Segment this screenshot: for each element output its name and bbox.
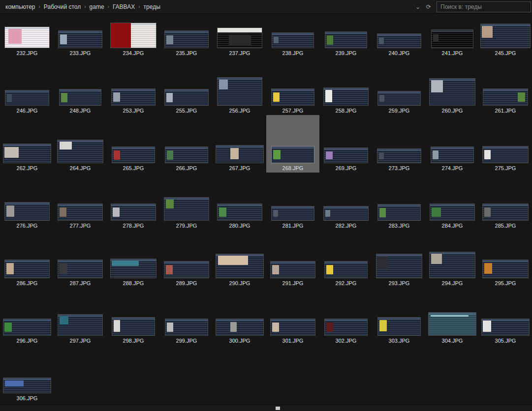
file-item[interactable]: 275.JPG: [479, 115, 532, 173]
file-thumbnail[interactable]: [58, 140, 103, 163]
file-item[interactable]: 268.JPG: [266, 115, 319, 173]
file-thumbnail[interactable]: [111, 259, 156, 278]
file-item[interactable]: 301.JPG: [266, 288, 319, 345]
file-thumbnail[interactable]: [5, 90, 49, 105]
file-thumbnail[interactable]: [112, 318, 155, 335]
file-item[interactable]: 302.JPG: [319, 288, 373, 345]
file-thumbnail[interactable]: [430, 252, 475, 278]
file-item[interactable]: 259.JPG: [373, 58, 426, 115]
file-thumbnail[interactable]: [431, 147, 473, 163]
file-thumbnail[interactable]: [165, 319, 208, 335]
file-thumbnail[interactable]: [271, 319, 315, 335]
file-item[interactable]: 273.JPG: [373, 115, 426, 173]
file-item[interactable]: 264.JPG: [54, 115, 107, 173]
file-item[interactable]: 282.JPG: [319, 173, 373, 230]
breadcrumb-item[interactable]: game: [87, 1, 107, 12]
file-item[interactable]: 255.JPG: [160, 58, 213, 115]
file-thumbnail[interactable]: [378, 318, 420, 335]
file-thumbnail[interactable]: [3, 144, 51, 163]
file-item[interactable]: 274.JPG: [426, 115, 479, 173]
file-thumbnail[interactable]: [112, 147, 155, 163]
file-item[interactable]: 266.JPG: [160, 115, 213, 173]
file-thumbnail[interactable]: [164, 262, 209, 278]
file-item[interactable]: 280.JPG: [213, 173, 266, 230]
file-thumbnail[interactable]: [376, 254, 422, 278]
file-thumbnail[interactable]: [324, 206, 368, 220]
file-thumbnail[interactable]: [429, 313, 476, 335]
file-item[interactable]: 297.JPG: [54, 288, 107, 345]
file-thumbnail[interactable]: [430, 204, 474, 220]
file-item[interactable]: 267.JPG: [213, 115, 266, 173]
file-item[interactable]: 281.JPG: [266, 173, 319, 230]
file-thumbnail[interactable]: [165, 89, 208, 105]
file-thumbnail[interactable]: [430, 79, 475, 105]
breadcrumb-item[interactable]: ГАВВАХ: [110, 1, 137, 12]
file-thumbnail[interactable]: [218, 204, 262, 220]
file-thumbnail[interactable]: [216, 146, 263, 163]
file-thumbnail[interactable]: [3, 378, 51, 393]
file-item[interactable]: 294.JPG: [426, 230, 479, 288]
file-item[interactable]: 292.JPG: [319, 230, 373, 288]
file-thumbnail[interactable]: [58, 260, 102, 278]
file-item[interactable]: 278.JPG: [107, 173, 160, 230]
file-thumbnail[interactable]: [272, 89, 314, 105]
file-item[interactable]: 283.JPG: [373, 173, 426, 230]
file-item[interactable]: 296.JPG: [0, 288, 54, 345]
file-item[interactable]: 287.JPG: [54, 230, 107, 288]
refresh-icon[interactable]: ⟳: [425, 3, 433, 10]
file-thumbnail[interactable]: [325, 319, 367, 335]
file-thumbnail[interactable]: [58, 204, 102, 220]
file-thumbnail[interactable]: [216, 319, 263, 335]
file-thumbnail[interactable]: [59, 31, 102, 48]
file-thumbnail[interactable]: [483, 147, 528, 163]
file-item[interactable]: 276.JPG: [0, 173, 54, 230]
file-thumbnail[interactable]: [482, 319, 529, 335]
file-thumbnail[interactable]: [216, 254, 263, 278]
file-item[interactable]: 286.JPG: [0, 230, 54, 288]
file-item[interactable]: 257.JPG: [266, 58, 319, 115]
file-item[interactable]: 265.JPG: [107, 115, 160, 173]
file-item[interactable]: 260.JPG: [426, 58, 479, 115]
file-thumbnail[interactable]: [324, 88, 368, 105]
file-item[interactable]: 305.JPG: [479, 288, 532, 345]
file-thumbnail[interactable]: [432, 30, 473, 48]
search-input[interactable]: [437, 1, 531, 12]
address-dropdown-icon[interactable]: ⌄: [414, 3, 422, 10]
file-item[interactable]: 299.JPG: [160, 288, 213, 345]
file-thumbnail[interactable]: [272, 206, 314, 220]
file-thumbnail[interactable]: [481, 24, 530, 48]
file-item[interactable]: 300.JPG: [213, 288, 266, 345]
file-item[interactable]: 290.JPG: [213, 230, 266, 288]
file-item[interactable]: 269.JPG: [319, 115, 373, 173]
file-item[interactable]: 248.JPG: [54, 58, 107, 115]
file-thumbnail[interactable]: [3, 319, 51, 335]
file-item[interactable]: 246.JPG: [0, 58, 54, 115]
file-thumbnail[interactable]: [378, 205, 420, 220]
file-thumbnail[interactable]: [165, 147, 208, 163]
file-thumbnail[interactable]: [325, 262, 367, 278]
file-thumbnail[interactable]: [271, 262, 315, 278]
file-thumbnail[interactable]: [272, 147, 314, 163]
file-thumbnail[interactable]: [112, 89, 155, 105]
file-item[interactable]: 288.JPG: [107, 230, 160, 288]
file-thumbnail[interactable]: [5, 260, 49, 278]
file-item[interactable]: 261.JPG: [479, 58, 532, 115]
file-thumbnail[interactable]: [5, 203, 49, 220]
breadcrumb-item[interactable]: компьютер: [3, 1, 38, 12]
file-thumbnail[interactable]: [218, 28, 262, 48]
file-thumbnail[interactable]: [324, 148, 368, 163]
breadcrumb-item[interactable]: треды: [141, 1, 163, 12]
file-item[interactable]: 284.JPG: [426, 173, 479, 230]
file-item[interactable]: 262.JPG: [0, 115, 54, 173]
file-item[interactable]: 258.JPG: [319, 58, 373, 115]
file-thumbnail[interactable]: [272, 33, 313, 48]
file-item[interactable]: 304.JPG: [426, 288, 479, 345]
file-thumbnail[interactable]: [483, 89, 528, 105]
file-item[interactable]: 306.JPG: [0, 345, 54, 403]
file-item[interactable]: 279.JPG: [160, 173, 213, 230]
file-thumbnail[interactable]: [165, 31, 208, 48]
file-thumbnail[interactable]: [325, 32, 367, 48]
breadcrumb-item[interactable]: Рабочий стол: [41, 1, 83, 12]
file-thumbnail[interactable]: [377, 149, 421, 163]
file-thumbnail[interactable]: [378, 91, 420, 105]
